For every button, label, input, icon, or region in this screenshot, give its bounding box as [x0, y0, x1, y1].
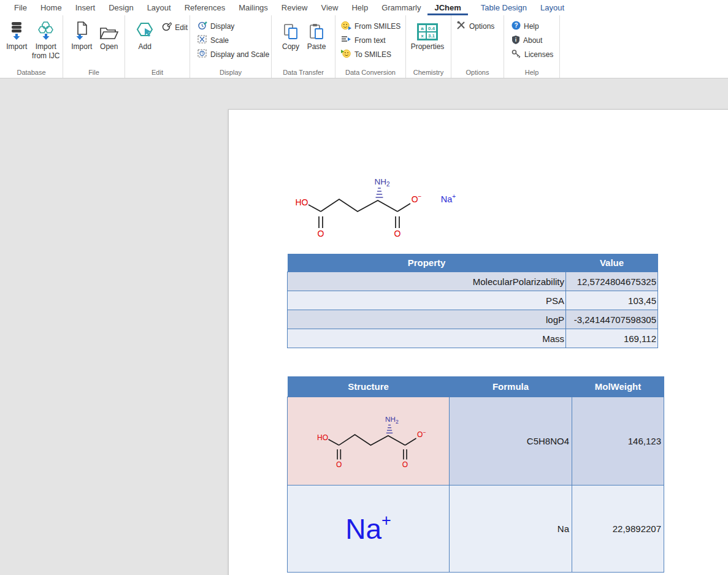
column-header-molweight[interactable]: MolWeight	[572, 376, 664, 397]
display-button[interactable]: Display	[197, 21, 269, 31]
propgrid-cell: a	[418, 25, 426, 32]
property-value-cell[interactable]: 169,112	[566, 329, 658, 348]
tab-review[interactable]: Review	[275, 0, 315, 15]
help-icon: ?	[512, 21, 521, 32]
molweight-cell[interactable]: 146,123	[572, 397, 664, 486]
ribbon-group-file: Import Open File	[63, 15, 125, 78]
structure-cell-sodium[interactable]: Na+	[288, 486, 450, 573]
button-label: Add	[138, 42, 151, 51]
about-button[interactable]: i About	[512, 35, 553, 45]
group-label-edit: Edit	[125, 69, 190, 76]
tab-help[interactable]: Help	[345, 0, 375, 15]
open-button[interactable]: Open	[96, 18, 123, 51]
tab-layout-contextual[interactable]: Layout	[534, 0, 571, 15]
atom-label-o-minus: O−	[417, 429, 426, 439]
molweight-cell[interactable]: 22,9892207	[572, 486, 664, 573]
molecule-thumbnail: HO O O O− NH2	[307, 407, 430, 473]
sodium-ion-label: Na+	[288, 515, 448, 543]
info-shield-icon: i	[512, 35, 520, 46]
button-label: Paste	[307, 42, 326, 51]
column-header-formula[interactable]: Formula	[450, 376, 572, 397]
tab-grammarly[interactable]: Grammarly	[375, 0, 427, 15]
tab-design[interactable]: Design	[102, 0, 140, 15]
group-label-data-conversion: Data Conversion	[335, 69, 405, 76]
licenses-button[interactable]: Licenses	[512, 49, 553, 59]
tab-mailings[interactable]: Mailings	[232, 0, 275, 15]
property-value-cell[interactable]: 103,45	[566, 291, 658, 310]
tab-references[interactable]: References	[178, 0, 232, 15]
ribbon-group-chemistry: a 0.4 x 3.1 Properties Chemistry	[406, 15, 451, 78]
propgrid-cell: x	[418, 32, 426, 39]
atom-label-na: Na+	[441, 193, 456, 204]
group-label-data-transfer: Data Transfer	[272, 69, 335, 76]
table-header-row: Property Value	[288, 254, 658, 272]
import-database-button[interactable]: Import	[2, 18, 31, 51]
property-value-cell[interactable]: -3,24144707598305	[566, 310, 658, 329]
from-text-button[interactable]: From text	[341, 35, 400, 45]
help-button[interactable]: ? Help	[512, 21, 553, 31]
paste-button[interactable]: Paste	[304, 18, 329, 51]
tab-table-design[interactable]: Table Design	[474, 0, 534, 15]
ribbon-group-edit: Add Edit Edit	[125, 15, 190, 78]
atom-label-nh2: NH2	[374, 177, 390, 188]
ribbon-group-data-transfer: Copy Paste Data Transfer	[272, 15, 335, 78]
document-page[interactable]: HO O O O− NH2 Na+ Property Value Molecul…	[228, 109, 728, 575]
edit-button[interactable]: Edit	[162, 22, 188, 32]
formula-cell[interactable]: Na	[450, 486, 572, 573]
button-label: From text	[354, 36, 386, 45]
button-label: Edit	[175, 23, 188, 32]
property-name-cell[interactable]: PSA	[288, 291, 566, 310]
button-label: Licenses	[524, 50, 553, 59]
svg-text:?: ?	[514, 22, 518, 29]
atom-label-o: O	[394, 229, 401, 238]
button-label: Import	[71, 42, 92, 51]
add-button[interactable]: Add	[131, 18, 158, 51]
button-label: Options	[469, 22, 494, 31]
hexagon-add-icon	[136, 20, 155, 40]
property-name-cell[interactable]: logP	[288, 310, 566, 329]
from-smiles-button[interactable]: From SMILES	[341, 21, 400, 31]
ribbon-group-database: Import Import from IJC	[0, 15, 63, 78]
button-label: Import from IJC	[31, 42, 61, 61]
display-and-scale-button[interactable]: Display and Scale	[197, 49, 269, 59]
tab-file[interactable]: File	[7, 0, 34, 15]
column-header-value[interactable]: Value	[566, 254, 658, 272]
scale-button[interactable]: Scale	[197, 35, 269, 45]
property-name-cell[interactable]: MolecularPolarizability	[288, 272, 566, 291]
file-import-icon	[75, 20, 88, 40]
button-label: Properties	[411, 42, 445, 51]
column-header-structure[interactable]: Structure	[288, 376, 450, 397]
molecule-drawing[interactable]: HO O O O− NH2 Na+	[284, 167, 468, 244]
tab-view[interactable]: View	[314, 0, 345, 15]
group-label-options: Options	[451, 69, 504, 76]
button-label: About	[523, 36, 542, 45]
column-header-property[interactable]: Property	[288, 254, 566, 272]
button-label: Display	[210, 22, 234, 31]
copy-button[interactable]: Copy	[278, 18, 304, 51]
table-row: HO O O O− NH2 C5H8NO4 146,123	[288, 397, 664, 486]
tab-home[interactable]: Home	[34, 0, 69, 15]
edit-icon	[162, 21, 172, 33]
folder-open-icon	[99, 20, 118, 40]
property-value-cell[interactable]: 12,5724804675325	[566, 272, 658, 291]
options-button[interactable]: Options	[456, 21, 494, 31]
property-name-cell[interactable]: Mass	[288, 329, 566, 348]
tab-insert[interactable]: Insert	[69, 0, 102, 15]
properties-button[interactable]: a 0.4 x 3.1 Properties	[408, 18, 447, 51]
ribbon-group-display: Display Scale	[190, 15, 272, 78]
import-from-ijc-button[interactable]: Import from IJC	[31, 18, 61, 61]
text-lines-arrow-icon	[341, 35, 351, 45]
button-label: Copy	[282, 42, 299, 51]
atom-label-o: O	[402, 460, 407, 469]
paste-icon	[309, 20, 324, 40]
formula-cell[interactable]: C5H8NO4	[450, 397, 572, 486]
structure-cell-glutamate[interactable]: HO O O O− NH2	[288, 397, 450, 486]
import-file-button[interactable]: Import	[68, 18, 96, 51]
table-row: Mass 169,112	[288, 329, 658, 348]
tab-jchem[interactable]: JChem	[427, 0, 467, 15]
button-label: Help	[524, 22, 539, 31]
to-smiles-button[interactable]: To SMILES	[341, 49, 400, 59]
tab-layout[interactable]: Layout	[140, 0, 178, 15]
button-label: Import	[6, 42, 27, 51]
group-label-database: Database	[0, 69, 63, 76]
